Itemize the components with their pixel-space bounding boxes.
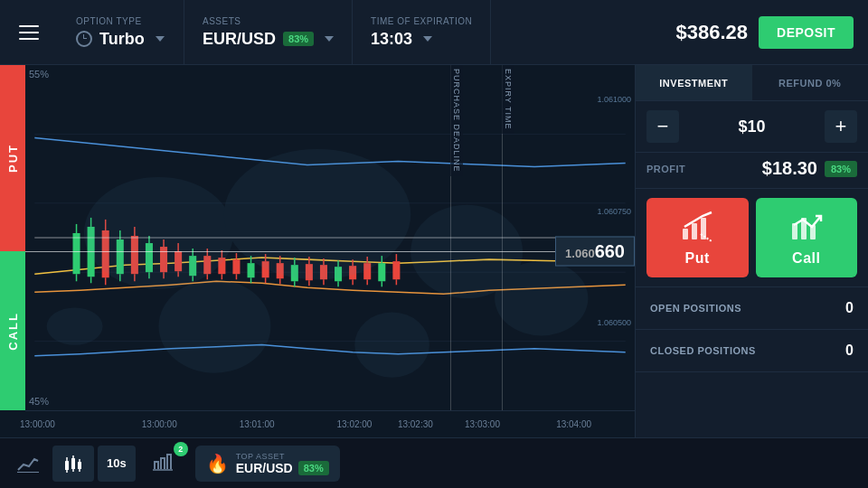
menu-button[interactable] (0, 25, 58, 40)
pct-bottom-label: 45% (29, 396, 49, 407)
svg-rect-92 (71, 458, 75, 469)
call-side-label: CALL (0, 251, 25, 410)
assets-selector[interactable]: ASSETS EUR/USD 83% (184, 0, 353, 64)
closed-positions-row[interactable]: CLOSED POSITIONS 0 (636, 330, 868, 372)
top-bar: OPTION TYPE Turbo ASSETS EUR/USD 83% TIM… (0, 0, 868, 65)
svg-point-3 (495, 261, 588, 336)
minus-icon: − (657, 115, 669, 138)
current-price-line (25, 251, 635, 252)
candlestick-chart-button[interactable] (52, 446, 94, 482)
top-asset-pair: EUR/USD (236, 461, 293, 475)
top-asset-info: TOP ASSET EUR/USD 83% (236, 452, 329, 475)
svg-point-5 (354, 313, 429, 378)
open-positions-row[interactable]: OPEN POSITIONS 0 (636, 287, 868, 330)
svg-rect-88 (17, 472, 39, 473)
expiry-time-label: EXPIRY TIME (502, 65, 514, 134)
investment-tab[interactable]: INVESTMENT (636, 65, 752, 100)
svg-rect-81 (683, 229, 688, 239)
open-positions-label: OPEN POSITIONS (650, 303, 741, 314)
y-label-3: 1.060500 (597, 318, 631, 327)
trade-buttons: Put Call (636, 189, 868, 287)
assets-badge: 83% (283, 32, 314, 46)
put-button[interactable]: Put (646, 198, 749, 277)
right-panel: INVESTMENT REFUND 0% − $10 + PROFIT $18.… (635, 65, 868, 437)
profit-label: PROFIT (646, 164, 685, 174)
profit-values: $18.30 83% (762, 158, 857, 179)
expiration-selector[interactable]: TIME OF EXPIRATION 13:03 (353, 0, 491, 64)
svg-rect-95 (78, 462, 81, 469)
svg-point-1 (224, 149, 410, 280)
profit-row: PROFIT $18.30 83% (636, 153, 868, 189)
option-type-value: Turbo (76, 30, 165, 49)
fire-icon: 🔥 (206, 453, 229, 474)
call-label-text: CALL (6, 312, 20, 351)
assets-label: ASSETS (203, 16, 334, 26)
option-type-text: Turbo (99, 30, 145, 49)
option-type-label: OPTION TYPE (76, 16, 165, 26)
option-type-selector[interactable]: OPTION TYPE Turbo (58, 0, 184, 64)
refund-tab[interactable]: REFUND 0% (752, 65, 869, 100)
expiration-time: 13:03 (371, 30, 412, 49)
assets-dropdown-arrow-icon (325, 36, 334, 42)
price-label: 1.060660 (555, 237, 635, 267)
y-label-2: 1.060750 (597, 207, 631, 216)
closed-positions-count: 0 (845, 343, 854, 359)
put-button-label: Put (685, 250, 710, 267)
price-prefix: 1.060 (565, 247, 595, 260)
balance-amount: $386.28 (676, 21, 749, 44)
signal-icon (151, 449, 176, 474)
increase-investment-button[interactable]: + (825, 110, 857, 143)
svg-rect-89 (65, 461, 69, 470)
main-content: PUT CALL 55% 45% 1.061000 1.060750 1.060… (0, 65, 868, 437)
top-asset-value: EUR/USD 83% (236, 461, 329, 475)
purchase-deadline-label: PURCHASE DEADLINE (450, 65, 463, 176)
expiration-dropdown-arrow-icon (423, 36, 432, 42)
svg-point-0 (84, 177, 233, 289)
chart-area: PUT CALL 55% 45% 1.061000 1.060750 1.060… (0, 65, 635, 437)
price-suffix: 660 (595, 241, 625, 261)
assets-value: EUR/USD 83% (203, 30, 334, 49)
call-icon (788, 209, 825, 245)
signal-count-badge: 2 (174, 442, 188, 456)
deposit-button[interactable]: DEPOSIT (759, 16, 854, 49)
profit-amount: $18.30 (762, 158, 817, 179)
y-label-1: 1.061000 (597, 95, 631, 104)
call-button[interactable]: Call (756, 198, 858, 277)
clock-icon (76, 31, 92, 47)
plus-icon: + (835, 115, 847, 138)
line-chart-icon (16, 454, 40, 474)
signal-button[interactable]: 2 (143, 446, 184, 482)
put-side-label: PUT (0, 65, 25, 251)
balance-area: $386.28 DEPOSIT (676, 16, 869, 49)
bottom-bar: 10s 2 🔥 TOP ASSET EUR/USD 83% (0, 437, 868, 488)
assets-text: EUR/USD (203, 30, 276, 49)
investment-tabs: INVESTMENT REFUND 0% (636, 65, 868, 101)
dropdown-arrow-icon (156, 36, 165, 42)
candlestick-icon (61, 454, 85, 474)
put-label-text: PUT (6, 144, 20, 173)
top-asset-label: TOP ASSET (236, 452, 329, 461)
top-section: OPTION TYPE Turbo ASSETS EUR/USD 83% TIM… (58, 0, 676, 64)
timeframe-button[interactable]: 10s (98, 446, 136, 482)
put-icon (679, 209, 715, 245)
closed-positions-label: CLOSED POSITIONS (650, 345, 756, 356)
expiration-value: 13:03 (371, 30, 472, 49)
svg-rect-82 (692, 223, 697, 239)
line-chart-button[interactable] (7, 446, 49, 482)
decrease-investment-button[interactable]: − (646, 110, 679, 143)
call-button-label: Call (792, 250, 820, 267)
top-asset-pct-badge: 83% (298, 461, 329, 475)
investment-amount: $10 (738, 117, 765, 136)
expiration-label: TIME OF EXPIRATION (371, 16, 472, 26)
svg-point-4 (159, 279, 271, 372)
pct-top-label: 55% (29, 69, 49, 80)
top-asset-badge: 🔥 TOP ASSET EUR/USD 83% (195, 446, 340, 482)
investment-control: − $10 + (636, 101, 868, 153)
profit-pct-badge: 83% (825, 161, 857, 177)
open-positions-count: 0 (845, 300, 854, 316)
svg-point-6 (47, 307, 103, 344)
